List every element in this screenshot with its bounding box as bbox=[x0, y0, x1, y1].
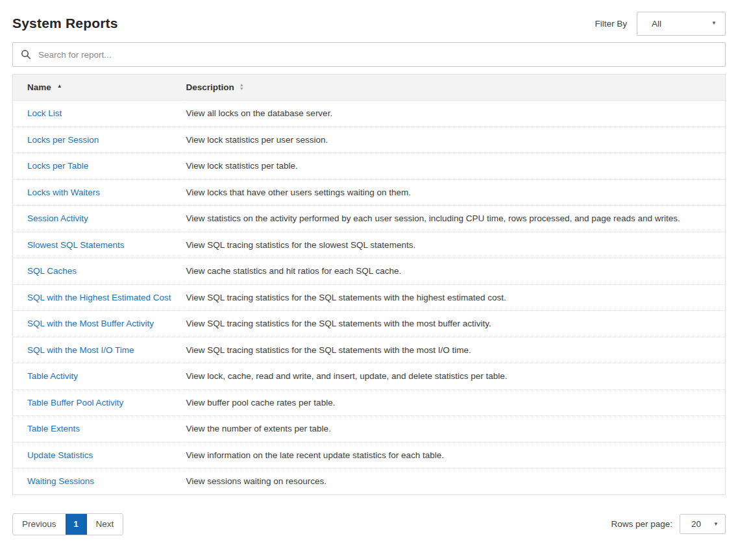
table-row: Update Statistics View information on th… bbox=[13, 442, 726, 469]
column-header-name[interactable]: Name▲ bbox=[13, 75, 186, 101]
report-name-cell: Lock List bbox=[13, 101, 186, 127]
report-link[interactable]: Slowest SQL Statements bbox=[27, 240, 125, 250]
report-description: View all locks on the database server. bbox=[186, 101, 726, 127]
table-header: Name▲ Description▲▼ bbox=[13, 75, 726, 101]
filter-by-value: All bbox=[652, 19, 661, 29]
report-description: View statistics on the activity performe… bbox=[186, 206, 726, 232]
footer: Previous 1 Next Rows per page: 20 ▼ bbox=[12, 513, 726, 535]
table-row: Waiting Sessions View sessions waiting o… bbox=[13, 469, 726, 495]
sort-down-icon: ▼ bbox=[240, 87, 244, 91]
report-name-cell: Locks per Table bbox=[13, 153, 186, 180]
report-description: View SQL tracing statistics for the SQL … bbox=[186, 337, 726, 363]
report-link[interactable]: Locks per Session bbox=[27, 135, 99, 145]
report-name-cell: Waiting Sessions bbox=[13, 469, 186, 495]
search-icon bbox=[21, 49, 31, 60]
report-description: View cache statistics and hit ratios for… bbox=[186, 258, 726, 285]
chevron-down-icon: ▼ bbox=[713, 522, 719, 527]
system-reports-page: System Reports Filter By All ▼ Name▲ Des… bbox=[0, 10, 738, 535]
next-page-button[interactable]: Next bbox=[87, 514, 123, 535]
report-link[interactable]: Table Buffer Pool Activity bbox=[27, 398, 123, 408]
table-row: Locks per Table View lock statistics per… bbox=[13, 153, 726, 180]
table-row: SQL with the Highest Estimated Cost View… bbox=[13, 284, 726, 311]
pagination: Previous 1 Next bbox=[12, 513, 123, 535]
rows-per-page-select[interactable]: 20 ▼ bbox=[680, 514, 726, 534]
chevron-down-icon: ▼ bbox=[711, 21, 717, 26]
report-name-cell: SQL with the Most Buffer Activity bbox=[13, 311, 186, 337]
sort-ascending-icon: ▲ bbox=[57, 83, 62, 89]
report-name-cell: SQL with the Highest Estimated Cost bbox=[13, 284, 186, 311]
previous-page-button[interactable]: Previous bbox=[13, 514, 66, 535]
table-row: Locks per Session View lock statistics p… bbox=[13, 127, 726, 153]
reports-table: Name▲ Description▲▼ Lock List View all l… bbox=[12, 74, 726, 495]
report-name-cell: Table Extents bbox=[13, 416, 186, 443]
table-row: Lock List View all locks on the database… bbox=[13, 101, 726, 127]
report-name-cell: Update Statistics bbox=[13, 442, 186, 469]
report-description: View SQL tracing statistics for the SQL … bbox=[186, 284, 726, 311]
report-description: View information on the late recent upda… bbox=[186, 442, 726, 469]
table-row: Session Activity View statistics on the … bbox=[13, 206, 726, 232]
page-title: System Reports bbox=[12, 16, 118, 31]
report-description: View sessions waiting on resources. bbox=[186, 469, 726, 495]
report-link[interactable]: Table Activity bbox=[27, 371, 78, 381]
table-body: Lock List View all locks on the database… bbox=[13, 101, 726, 495]
filter-group: Filter By All ▼ bbox=[595, 12, 726, 36]
report-link[interactable]: Table Extents bbox=[27, 424, 80, 433]
search-box bbox=[12, 42, 726, 67]
column-header-description-label: Description bbox=[186, 82, 234, 92]
report-description: View buffer pool cache rates per table. bbox=[186, 389, 726, 416]
report-description: View lock statistics per table. bbox=[186, 153, 726, 180]
report-name-cell: Locks with Waiters bbox=[13, 179, 186, 206]
rows-per-page-group: Rows per page: 20 ▼ bbox=[611, 514, 726, 534]
report-link[interactable]: Lock List bbox=[27, 108, 62, 118]
report-description: View SQL tracing statistics for the SQL … bbox=[186, 311, 726, 337]
report-link[interactable]: SQL with the Most I/O Time bbox=[27, 345, 134, 355]
column-header-description[interactable]: Description▲▼ bbox=[186, 75, 726, 101]
report-link[interactable]: Update Statistics bbox=[27, 450, 93, 460]
report-description: View lock statistics per user session. bbox=[186, 127, 726, 153]
sort-both-icon: ▲▼ bbox=[240, 83, 244, 91]
report-description: View lock, cache, read and write, and in… bbox=[186, 363, 726, 390]
table-row: Table Activity View lock, cache, read an… bbox=[13, 363, 726, 390]
search-input[interactable] bbox=[38, 50, 717, 60]
report-link[interactable]: SQL with the Highest Estimated Cost bbox=[27, 293, 171, 302]
report-name-cell: Table Buffer Pool Activity bbox=[13, 389, 186, 416]
table-row: SQL with the Most Buffer Activity View S… bbox=[13, 311, 726, 337]
filter-by-label: Filter By bbox=[595, 19, 627, 29]
topbar: System Reports Filter By All ▼ bbox=[12, 10, 726, 36]
report-link[interactable]: Session Activity bbox=[27, 213, 88, 223]
report-link[interactable]: Locks per Table bbox=[27, 161, 88, 171]
table-row: Table Buffer Pool Activity View buffer p… bbox=[13, 389, 726, 416]
report-name-cell: Table Activity bbox=[13, 363, 186, 390]
report-link[interactable]: Locks with Waiters bbox=[27, 188, 100, 197]
report-name-cell: SQL Caches bbox=[13, 258, 186, 285]
current-page-button[interactable]: 1 bbox=[66, 514, 87, 535]
rows-per-page-label: Rows per page: bbox=[611, 519, 672, 529]
report-link[interactable]: SQL Caches bbox=[27, 266, 77, 276]
column-header-name-label: Name bbox=[27, 82, 51, 92]
table-row: Locks with Waiters View locks that have … bbox=[13, 179, 726, 206]
report-name-cell: Locks per Session bbox=[13, 127, 186, 153]
report-name-cell: Session Activity bbox=[13, 206, 186, 232]
rows-per-page-value: 20 bbox=[691, 519, 701, 529]
table-row: SQL Caches View cache statistics and hit… bbox=[13, 258, 726, 285]
report-link[interactable]: Waiting Sessions bbox=[27, 476, 94, 486]
report-link[interactable]: SQL with the Most Buffer Activity bbox=[27, 319, 154, 328]
report-description: View SQL tracing statistics for the slow… bbox=[186, 232, 726, 258]
report-name-cell: Slowest SQL Statements bbox=[13, 232, 186, 258]
filter-by-select[interactable]: All ▼ bbox=[637, 12, 726, 36]
report-name-cell: SQL with the Most I/O Time bbox=[13, 337, 186, 363]
table-row: Table Extents View the number of extents… bbox=[13, 416, 726, 443]
table-row: SQL with the Most I/O Time View SQL trac… bbox=[13, 337, 726, 363]
report-description: View locks that have other users setting… bbox=[186, 179, 726, 206]
report-description: View the number of extents per table. bbox=[186, 416, 726, 443]
table-row: Slowest SQL Statements View SQL tracing … bbox=[13, 232, 726, 258]
